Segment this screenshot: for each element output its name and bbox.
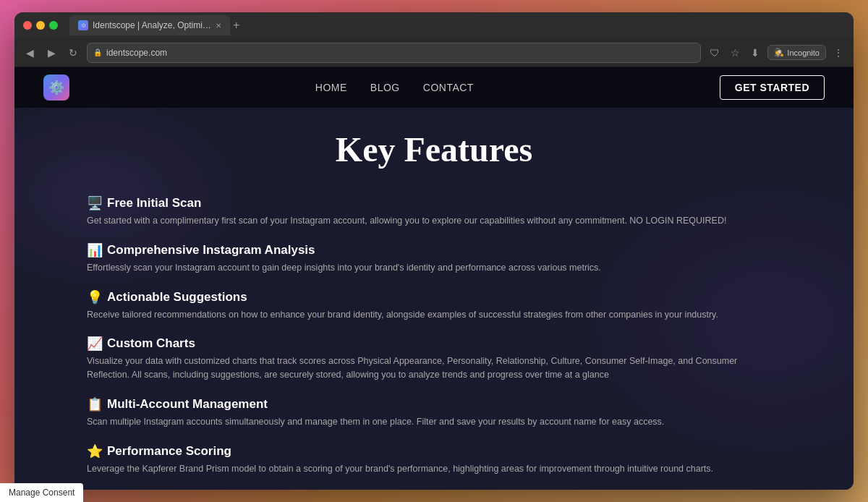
feature-title-3: 📈 Custom Charts — [87, 336, 781, 352]
site-logo[interactable]: ⚙️ — [43, 75, 69, 101]
incognito-button[interactable]: 🕵 Incognito — [767, 45, 826, 60]
browser-window: ⚙ Identscope | Analyze, Optimi… ✕ + ◀ ▶ … — [14, 12, 854, 490]
feature-emoji-2: 💡 — [87, 289, 103, 305]
feature-item: 📋 Multi-Account ManagementScan multiple … — [87, 396, 781, 429]
feature-title-5: ⭐ Performance Scoring — [87, 443, 781, 459]
back-button[interactable]: ◀ — [22, 45, 38, 61]
feature-desc-4: Scan multiple Instagram accounts simulta… — [87, 415, 781, 429]
nav-home[interactable]: HOME — [315, 82, 347, 93]
feature-desc-1: Effortlessly scan your Instagram account… — [87, 261, 781, 275]
feature-item: 📈 Custom ChartsVisualize your data with … — [87, 336, 781, 382]
nav-contact[interactable]: CONTACT — [423, 82, 474, 93]
shield-icon: 🛡 — [707, 45, 723, 61]
menu-button[interactable]: ⋮ — [830, 45, 846, 61]
url-text: identscope.com — [106, 48, 167, 58]
feature-desc-0: Get started with a complimentary first s… — [87, 214, 781, 228]
website-content: ⚙️ HOME BLOG CONTACT GET STARTED Key Fea… — [14, 67, 854, 490]
tab-bar: ⚙ Identscope | Analyze, Optimi… ✕ + — [69, 15, 845, 35]
feature-item: ⭐ Performance ScoringLeverage the Kapfer… — [87, 443, 781, 476]
maximize-button[interactable] — [49, 21, 58, 30]
feature-desc-5: Leverage the Kapferer Brand Prism model … — [87, 462, 781, 476]
site-main-content: Key Features 🖥️ Free Initial ScanGet sta… — [14, 108, 854, 490]
logo-icon: ⚙️ — [43, 75, 69, 101]
feature-emoji-4: 📋 — [87, 396, 103, 412]
download-icon[interactable]: ⬇ — [747, 45, 763, 61]
incognito-label: Incognito — [787, 48, 820, 57]
feature-title-4: 📋 Multi-Account Management — [87, 396, 781, 412]
feature-emoji-1: 📊 — [87, 242, 103, 258]
feature-title-2: 💡 Actionable Suggestions — [87, 289, 781, 305]
features-list: 🖥️ Free Initial ScanGet started with a c… — [87, 195, 781, 490]
feature-item: 💡 Actionable SuggestionsReceive tailored… — [87, 289, 781, 322]
new-tab-button[interactable]: + — [233, 19, 239, 32]
consent-bar[interactable]: Manage Consent — [0, 483, 83, 502]
nav-blog[interactable]: BLOG — [370, 82, 400, 93]
feature-item: 🖥️ Free Initial ScanGet started with a c… — [87, 195, 781, 228]
feature-title-1: 📊 Comprehensive Instagram Analysis — [87, 242, 781, 258]
browser-title-bar: ⚙ Identscope | Analyze, Optimi… ✕ + — [14, 12, 854, 38]
address-bar[interactable]: 🔒 identscope.com — [87, 43, 701, 63]
active-tab[interactable]: ⚙ Identscope | Analyze, Optimi… ✕ — [69, 15, 230, 35]
get-started-button[interactable]: GET STARTED — [720, 75, 825, 100]
site-navigation: ⚙️ HOME BLOG CONTACT GET STARTED — [14, 67, 854, 108]
lock-icon: 🔒 — [93, 48, 102, 56]
toolbar-actions: 🛡 ☆ ⬇ 🕵 Incognito ⋮ — [707, 45, 846, 61]
reload-button[interactable]: ↻ — [65, 45, 81, 61]
feature-emoji-0: 🖥️ — [87, 195, 103, 211]
tab-label: Identscope | Analyze, Optimi… — [93, 20, 211, 30]
feature-emoji-3: 📈 — [87, 336, 103, 352]
close-button[interactable] — [23, 21, 32, 30]
star-icon[interactable]: ☆ — [727, 45, 743, 61]
page-title: Key Features — [87, 129, 781, 169]
feature-title-0: 🖥️ Free Initial Scan — [87, 195, 781, 211]
forward-button[interactable]: ▶ — [43, 45, 59, 61]
traffic-lights — [23, 21, 58, 30]
feature-item: 📊 Comprehensive Instagram AnalysisEffort… — [87, 242, 781, 275]
tab-close-button[interactable]: ✕ — [216, 22, 221, 30]
minimize-button[interactable] — [36, 21, 45, 30]
nav-links: HOME BLOG CONTACT — [315, 82, 474, 93]
feature-desc-2: Receive tailored recommendations on how … — [87, 308, 781, 322]
feature-desc-3: Visualize your data with customized char… — [87, 354, 781, 382]
browser-toolbar: ◀ ▶ ↻ 🔒 identscope.com 🛡 ☆ ⬇ 🕵 Incognito… — [14, 38, 854, 67]
incognito-icon: 🕵 — [774, 48, 784, 57]
feature-emoji-5: ⭐ — [87, 443, 103, 459]
tab-favicon: ⚙ — [78, 20, 88, 30]
